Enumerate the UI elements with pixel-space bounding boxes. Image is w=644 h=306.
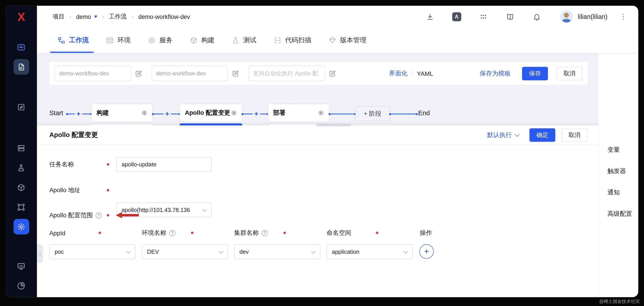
- workflow-description-input[interactable]: [248, 66, 325, 81]
- workflow-canvas-area: 界面化 YAML 保存为模板 保存 取消 Start +: [37, 53, 598, 297]
- main-column: 项目 › demo › 工作流 › demo-workflow-dev A: [37, 6, 638, 297]
- col-header-appid: AppId: [49, 229, 132, 237]
- workflow-icon: [58, 36, 65, 44]
- env-select[interactable]: DEV: [142, 244, 228, 259]
- workflow-name-input[interactable]: [54, 66, 131, 81]
- app-logo[interactable]: X: [18, 11, 25, 23]
- tab-scan[interactable]: 代码扫描: [274, 27, 312, 53]
- notification-bell-icon[interactable]: [532, 12, 541, 21]
- annotation-arrow: [116, 212, 139, 218]
- stage-settings-gear-icon[interactable]: [231, 110, 237, 116]
- start-node-label: Start: [49, 109, 63, 117]
- confirm-button[interactable]: 确定: [530, 128, 555, 142]
- dashboard-icon[interactable]: [13, 258, 29, 274]
- tab-version[interactable]: 版本管理: [329, 27, 366, 53]
- exec-mode-dropdown[interactable]: 默认执行: [487, 131, 519, 139]
- required-dot: [376, 232, 378, 234]
- col-header-env: 环境名称 ?: [142, 229, 224, 237]
- server-icon[interactable]: [13, 140, 29, 156]
- cluster-select[interactable]: dev: [234, 244, 320, 259]
- stage-deploy-node[interactable]: 部署: [268, 104, 329, 122]
- breadcrumb-current[interactable]: demo-workflow-dev: [138, 13, 190, 20]
- rail-item-advanced[interactable]: 高级配置: [598, 203, 638, 224]
- rail-item-variables[interactable]: 变量: [598, 139, 638, 160]
- package-icon[interactable]: [13, 179, 29, 195]
- col-header-namespace: 命名空间: [326, 229, 409, 237]
- content-row: 界面化 YAML 保存为模板 保存 取消 Start +: [37, 53, 638, 297]
- connector-line: [390, 114, 417, 115]
- rail-item-notifications[interactable]: 通知: [598, 182, 638, 203]
- save-button[interactable]: 保存: [522, 67, 548, 80]
- tab-test[interactable]: 测试: [232, 27, 256, 53]
- stage-settings-gear-icon[interactable]: [141, 110, 148, 116]
- edit-note-icon[interactable]: [13, 99, 29, 115]
- version-icon: [329, 36, 336, 44]
- help-question-icon[interactable]: ?: [96, 212, 102, 218]
- sidebar-collapse-handle[interactable]: ›: [37, 244, 43, 263]
- tab-version-label: 版本管理: [340, 36, 366, 44]
- translate-badge-label: A: [452, 12, 461, 21]
- mode-yaml-toggle[interactable]: YAML: [417, 70, 433, 77]
- breadcrumb-separator: ›: [102, 13, 104, 20]
- stage-settings-gear-icon[interactable]: [318, 110, 324, 116]
- required-dot: [107, 189, 109, 191]
- add-stage-button[interactable]: + 阶段: [355, 106, 390, 121]
- pipeline-icon[interactable]: [13, 199, 29, 215]
- required-dot: [284, 232, 286, 234]
- tab-env[interactable]: 环境: [106, 27, 131, 53]
- help-question-icon[interactable]: ?: [169, 230, 175, 236]
- cancel-button[interactable]: 取消: [557, 67, 582, 80]
- project-doc-icon[interactable]: [13, 59, 29, 74]
- tab-build[interactable]: 构建: [190, 27, 214, 53]
- chevron-down-icon: [515, 132, 520, 137]
- save-as-template-link[interactable]: 保存为模板: [480, 69, 510, 77]
- stage-apollo-label: Apollo 配置变更: [185, 109, 230, 117]
- tab-workflow[interactable]: 工作流: [58, 27, 89, 53]
- col-env-label: 环境名称: [142, 229, 166, 237]
- stage-apollo-node[interactable]: Apollo 配置变更: [180, 104, 242, 122]
- apollo-address-label: Apollo 地址: [49, 183, 80, 197]
- avatar-body: [562, 19, 571, 23]
- col-action-label: 操作: [420, 229, 432, 237]
- breadcrumb-project[interactable]: 项目: [52, 13, 64, 20]
- breadcrumb-demo-label: demo: [76, 13, 91, 20]
- workflow-display-name-input[interactable]: [152, 66, 228, 81]
- appid-select[interactable]: poc: [49, 244, 136, 259]
- tab-workflow-label: 工作流: [69, 36, 89, 44]
- add-stage-plus-icon[interactable]: +: [253, 110, 260, 118]
- docs-book-icon[interactable]: [506, 12, 514, 21]
- task-name-label: 任务名称: [49, 157, 74, 172]
- help-question-icon[interactable]: ?: [262, 230, 268, 236]
- stage-build-node[interactable]: 构建: [91, 104, 153, 122]
- namespace-select[interactable]: application: [326, 244, 413, 259]
- edit-pencil-icon[interactable]: [329, 69, 336, 77]
- user-avatar[interactable]: [560, 10, 573, 23]
- breadcrumb-demo[interactable]: demo: [76, 13, 98, 20]
- user-name[interactable]: lilian(lilian): [578, 13, 608, 20]
- breadcrumb-workflow[interactable]: 工作流: [109, 13, 126, 20]
- download-icon[interactable]: [426, 12, 434, 21]
- pie-chart-icon[interactable]: [13, 278, 29, 294]
- edit-pencil-icon[interactable]: [232, 69, 240, 77]
- add-row-button[interactable]: +: [420, 244, 434, 259]
- rail-item-triggers[interactable]: 触发器: [598, 160, 638, 182]
- task-name-input[interactable]: [116, 157, 212, 172]
- required-dot: [191, 232, 194, 234]
- tab-test-label: 测试: [243, 36, 256, 44]
- panel-title: Apollo 配置变更: [49, 131, 98, 140]
- settings-gear-icon[interactable]: [13, 219, 29, 234]
- col-header-action: 操作: [420, 229, 502, 237]
- horizontal-scrollbar[interactable]: [316, 123, 351, 126]
- translate-icon[interactable]: A: [452, 12, 461, 21]
- window-frame: X: [0, 0, 644, 306]
- add-stage-plus-icon[interactable]: +: [164, 110, 171, 118]
- apps-grid-icon[interactable]: [479, 12, 488, 21]
- flask-icon[interactable]: [13, 160, 29, 175]
- more-vertical-icon[interactable]: ⋮: [620, 12, 626, 21]
- activity-monitor-icon[interactable]: [13, 39, 29, 55]
- tab-service[interactable]: 服务: [148, 27, 173, 53]
- panel-cancel-button[interactable]: 取消: [562, 128, 588, 142]
- edit-pencil-icon[interactable]: [135, 69, 142, 77]
- mode-ui-toggle[interactable]: 界面化: [389, 69, 408, 77]
- add-job-plus-icon[interactable]: +: [75, 110, 82, 118]
